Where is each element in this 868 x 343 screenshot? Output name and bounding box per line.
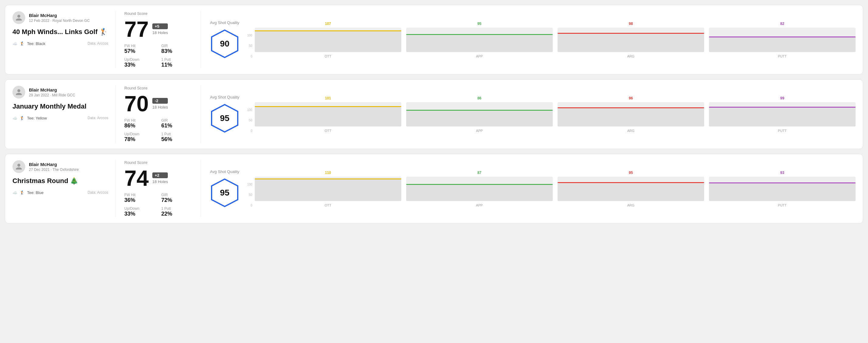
bar-container	[709, 177, 856, 201]
stat-up-down: Up/Down78%	[124, 132, 155, 143]
stat-one-putt: 1 Putt56%	[161, 132, 192, 143]
stat-value-up-down: 33%	[124, 62, 155, 68]
score-badge-col: +518 Holes	[152, 23, 168, 35]
round-score-label: Round Score	[124, 86, 192, 90]
score-diff-badge: -2	[152, 98, 168, 104]
round-score-label: Round Score	[124, 160, 192, 165]
bar-marker	[406, 110, 553, 111]
bar-marker	[255, 106, 401, 107]
y-axis: 100500	[247, 183, 253, 207]
chart-area: 100500101OTT86APP96ARG99PUTT	[247, 96, 856, 132]
right-section: Avg Shot Quality 90100500107OTT95APP98AR…	[201, 11, 856, 68]
bar-value: 107	[325, 22, 331, 26]
hexagon-container: Avg Shot Quality 95	[210, 95, 240, 133]
bar-marker	[255, 179, 401, 179]
holes-label: 18 Holes	[152, 105, 168, 110]
stat-fw-hit: FW Hit57%	[124, 44, 155, 55]
bar-fill	[255, 107, 401, 126]
bar-label: APP	[476, 204, 483, 207]
bar-label: PUTT	[778, 129, 787, 132]
bar-fill	[255, 31, 401, 52]
chart-with-axis: 100500101OTT86APP96ARG99PUTT	[247, 96, 856, 132]
chart-with-axis: 100500107OTT95APP98ARG82PUTT	[247, 22, 856, 58]
bar-label: PUTT	[778, 55, 787, 58]
stat-value-one-putt: 22%	[161, 211, 192, 217]
y-axis: 100500	[247, 34, 253, 58]
holes-label: 18 Holes	[152, 179, 168, 184]
tee-info: ☁️ 🏌 Tee: Yellow	[12, 116, 47, 120]
stat-fw-hit: FW Hit86%	[124, 118, 155, 129]
user-name: Blair McHarg	[29, 162, 79, 167]
stat-label-gir: GIR	[161, 118, 192, 123]
bar-container	[558, 102, 704, 126]
user-meta: 29 Jan 2022 · Mill Ride GCC	[29, 93, 75, 97]
stat-up-down: Up/Down33%	[124, 207, 155, 217]
score-number: 74	[124, 167, 149, 189]
bar-value: 99	[780, 96, 784, 100]
bar-container	[406, 177, 553, 201]
avatar	[12, 11, 25, 24]
bar-container	[255, 28, 401, 52]
weather-icon: ☁️	[12, 116, 17, 120]
stat-label-gir: GIR	[161, 193, 192, 197]
round-card-round2: Blair McHarg29 Jan 2022 · Mill Ride GCCJ…	[5, 80, 863, 149]
bar-label: APP	[476, 129, 483, 132]
user-name: Blair McHarg	[29, 13, 90, 18]
bar-marker	[709, 107, 856, 107]
chart-col-app: 95APP	[406, 22, 553, 58]
bag-icon: 🏌	[20, 190, 25, 195]
stat-label-up-down: Up/Down	[124, 132, 155, 136]
bar-value: 86	[477, 96, 481, 100]
stat-value-gir: 61%	[161, 123, 192, 129]
stat-up-down: Up/Down33%	[124, 58, 155, 68]
round-title: Christmas Round 🎄	[12, 177, 108, 186]
stat-label-up-down: Up/Down	[124, 207, 155, 211]
bar-marker	[709, 182, 856, 183]
data-source: Data: Arccos	[88, 41, 108, 45]
chart-area: 100500110OTT87APP95ARG93PUTT	[247, 170, 856, 207]
stat-value-one-putt: 56%	[161, 136, 192, 143]
stat-value-up-down: 78%	[124, 136, 155, 143]
stats-grid: FW Hit57%GIR83%Up/Down33%1 Putt11%	[124, 44, 192, 68]
score-number: 70	[124, 93, 149, 115]
bar-container	[406, 102, 553, 126]
bar-fill	[406, 35, 553, 52]
bar-marker	[558, 107, 704, 108]
chart-col-ott: 107OTT	[255, 22, 401, 58]
bar-label: ARG	[627, 129, 634, 132]
bar-fill	[558, 183, 704, 201]
stats-grid: FW Hit36%GIR72%Up/Down33%1 Putt22%	[124, 193, 192, 217]
hexagon-container: Avg Shot Quality 95	[210, 169, 240, 208]
bar-label: PUTT	[778, 204, 787, 207]
hex-score: 95	[220, 114, 229, 123]
round-card-round3: Blair McHarg27 Dec 2021 · The Oxfordshir…	[5, 154, 863, 223]
bar-fill	[709, 107, 856, 126]
stat-label-one-putt: 1 Putt	[161, 58, 192, 62]
weather-icon: ☁️	[12, 41, 17, 46]
bar-fill	[406, 111, 553, 126]
avatar	[12, 160, 25, 173]
stat-one-putt: 1 Putt11%	[161, 58, 192, 68]
score-number: 77	[124, 18, 149, 40]
holes-label: 18 Holes	[152, 30, 168, 35]
stat-label-fw-hit: FW Hit	[124, 44, 155, 48]
bar-marker	[558, 182, 704, 183]
bar-label: OTT	[325, 129, 331, 132]
bar-container	[406, 28, 553, 52]
chart-col-arg: 96ARG	[558, 96, 704, 132]
middle-section: Round Score74+218 HolesFW Hit36%GIR72%Up…	[116, 160, 201, 217]
stat-value-gir: 83%	[161, 48, 192, 55]
bar-label: OTT	[325, 204, 331, 207]
bar-value: 101	[325, 96, 331, 100]
bars-row: 107OTT95APP98ARG82PUTT	[255, 22, 856, 58]
chart-col-arg: 98ARG	[558, 22, 704, 58]
middle-section: Round Score70-218 HolesFW Hit86%GIR61%Up…	[116, 86, 201, 143]
user-info: Blair McHarg27 Dec 2021 · The Oxfordshir…	[29, 162, 79, 172]
stat-label-fw-hit: FW Hit	[124, 193, 155, 197]
bar-fill	[709, 37, 856, 52]
hexagon-container: Avg Shot Quality 90	[210, 20, 240, 59]
user-name: Blair McHarg	[29, 87, 75, 92]
y-axis: 100500	[247, 108, 253, 132]
tee-info: ☁️ 🏌 Tee: Black	[12, 41, 45, 46]
round-title: January Monthly Medal	[12, 102, 108, 111]
